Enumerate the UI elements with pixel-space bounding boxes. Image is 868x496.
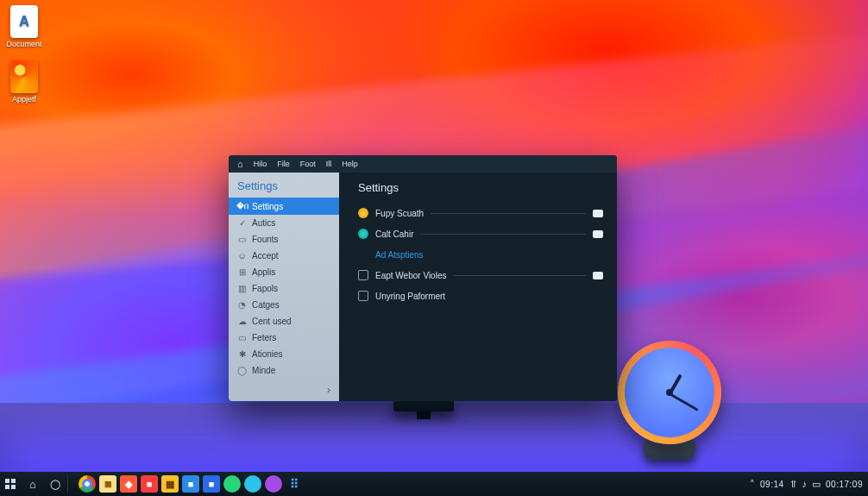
setting-link-ad-atsptiens[interactable]: Ad Atsptiens [358,244,603,265]
toggle-switch[interactable] [593,272,603,279]
sidebar-title: Settings [229,173,339,198]
atom-icon: ✱ [237,349,247,359]
app-blue2[interactable]: ■ [203,475,220,493]
sidebar-item-fapols[interactable]: ▥ Fapols [229,280,339,297]
system-tray: ˄ 09:14 ⥣ ♪ ▭ 00:17:09 [750,479,863,490]
desktop-icon-document[interactable]: A Document [2,5,47,48]
sidebar-expand[interactable]: › [229,380,339,401]
desktop: A Document Appjetf ⌂ Hilo File Foot Ill … [0,0,868,496]
clock-face-icon [625,348,714,437]
svg-rect-0 [5,479,9,483]
circle-icon: ◯ [50,479,60,490]
sidebar-item-accept[interactable]: ☺ Accept [229,248,339,264]
taskbar-apps: ▦ ◆ ■ ▦ ■ ■ ⠿ [79,475,303,493]
sidebar-item-label: Autics [252,218,275,228]
app-purple[interactable] [265,475,282,493]
sidebar-item-settings[interactable]: �በ Settings [229,198,339,215]
app-allapps[interactable]: ⠿ [286,475,303,493]
home-icon[interactable]: ⌂ [237,159,243,169]
menu-item[interactable]: Foot [300,160,316,168]
sidebar-item-founts[interactable]: ▭ Founts [229,231,339,248]
menu-item[interactable]: Help [342,160,358,168]
toggle-switch[interactable] [593,210,603,217]
sidebar-item-catges[interactable]: ◔ Catges [229,297,339,313]
sidebar-item-minde[interactable]: ◯ Minde [229,362,339,379]
sidebar-item-label: Applis [252,267,275,277]
app-yellow[interactable]: ▦ [161,475,179,493]
app-chrome[interactable] [79,475,96,493]
svg-rect-2 [5,485,9,489]
desktop-icon-label: Document [2,40,47,48]
sidebar-list: �በ Settings ✓ Autics ▭ Founts ☺ Accept ⊞… [229,198,339,379]
square-icon [358,291,368,301]
folder-icon: ▭ [237,333,247,342]
battery-icon[interactable]: ▭ [812,479,821,490]
windows-icon [5,479,16,489]
sidebar-item-applis[interactable]: ⊞ Applis [229,264,339,280]
sidebar-item-label: Feters [252,333,276,342]
start-button[interactable] [3,477,17,491]
settings-icon: �በ [237,201,247,211]
setting-row-eapt-webor[interactable]: Eapt Webor Violes [358,265,603,286]
sidebar-item-label: Cent used [252,317,292,326]
menu-item[interactable]: Hilo [254,160,267,168]
sidebar-item-label: Catges [252,300,280,310]
app-cyan[interactable] [244,475,261,493]
toggle-switch[interactable] [593,230,603,238]
setting-label: Calt Cahir [375,229,413,239]
sidebar-item-label: Accept [252,251,279,261]
wifi-icon[interactable]: ⥣ [789,479,797,490]
tray-up-icon[interactable]: ˄ [750,479,755,490]
search-button[interactable]: ◯ [48,477,62,491]
app-red2[interactable]: ■ [141,475,158,493]
svg-rect-1 [11,479,16,483]
menu-item[interactable]: File [277,160,290,168]
panels-icon: ▥ [237,284,247,293]
check-circle-icon [358,229,368,239]
app-blue[interactable]: ■ [182,475,199,493]
sidebar-item-autics[interactable]: ✓ Autics [229,215,339,231]
square-icon [358,270,368,280]
user-icon: ☺ [237,251,247,261]
sun-icon [358,208,368,218]
desktop-icon-browser[interactable]: Appjetf [2,60,47,104]
desk-surface [0,403,868,472]
setting-row-unyring[interactable]: Unyring Paformert [358,286,603,306]
tray-clock-1[interactable]: 09:14 [760,480,784,489]
firefox-icon [10,60,38,93]
sidebar-item-label: Ationies [252,349,283,359]
app-red[interactable]: ◆ [120,475,137,493]
desktop-icon-label: Appjetf [2,95,47,104]
volume-icon[interactable]: ♪ [802,479,808,489]
check-icon: ✓ [237,218,247,228]
settings-window: ⌂ Hilo File Foot Ill Help Settings �በ Se… [229,155,617,401]
sidebar-item-ationies[interactable]: ✱ Ationies [229,346,339,362]
home-button[interactable]: ⌂ [26,477,40,491]
setting-label: Unyring Paformert [375,292,445,301]
setting-label: Ad Atsptiens [375,250,424,260]
menubar: ⌂ Hilo File Foot Ill Help [229,155,617,173]
document-icon: A [10,5,38,38]
home-icon: ⌂ [29,478,36,491]
svg-rect-3 [11,485,16,489]
sidebar-item-label: Settings [252,202,283,211]
setting-row-fupy-scuath[interactable]: Fupy Scuath [358,203,603,223]
menu-item[interactable]: Ill [326,160,332,168]
chevron-right-icon: › [327,384,330,396]
tray-clock-2[interactable]: 00:17:09 [826,480,863,489]
settings-content: Settings Fupy Scuath Calt Cahir Ad Atspt… [339,173,617,401]
app-green[interactable] [223,475,241,493]
display-icon: ▭ [237,235,247,244]
sidebar-item-centused[interactable]: ☁ Cent used [229,313,339,330]
clock-gadget [618,341,721,444]
sidebar: Settings �በ Settings ✓ Autics ▭ Founts ☺… [229,173,339,401]
taskbar: ⌂ ◯ ▦ ◆ ■ ▦ ■ ■ ⠿ ˄ 09:14 ⥣ ♪ [0,472,868,496]
app-calendar[interactable]: ▦ [99,475,116,493]
sidebar-item-feters[interactable]: ▭ Feters [229,330,339,346]
content-title: Settings [358,181,603,194]
globe-icon: ◯ [237,366,247,375]
setting-label: Fupy Scuath [375,209,424,218]
sidebar-item-label: Founts [252,235,279,244]
sidebar-item-label: Minde [252,366,275,375]
setting-row-calt-cahir[interactable]: Calt Cahir [358,223,603,244]
